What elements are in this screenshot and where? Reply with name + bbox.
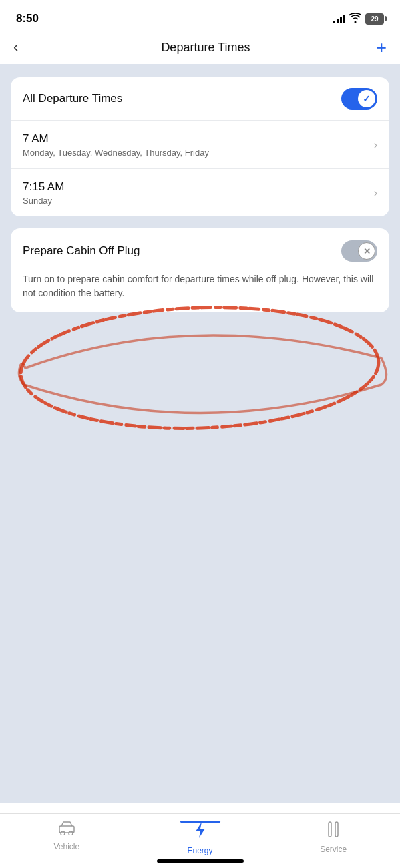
status-icons: 29	[333, 13, 384, 25]
main-content: All Departure Times ✓ 7 AM Monday, Tuesd…	[0, 64, 400, 803]
all-departure-times-toggle[interactable]: ✓	[341, 88, 377, 110]
svg-point-2	[61, 831, 65, 835]
x-icon: ✕	[363, 246, 371, 256]
svg-point-3	[69, 831, 73, 835]
energy-tab-label: Energy	[187, 846, 212, 855]
home-indicator	[157, 859, 244, 863]
prepare-cabin-toggle[interactable]: ✕	[341, 240, 377, 262]
prepare-cabin-description: Turn on to prepare cabin comfort for dep…	[11, 272, 389, 312]
prepare-cabin-card: Prepare Cabin Off Plug ✕ Turn on to prep…	[11, 228, 389, 312]
prepare-cabin-row: Prepare Cabin Off Plug ✕	[11, 228, 389, 272]
battery-icon: 29	[365, 13, 384, 25]
nav-bar: ‹ Departure Times +	[0, 33, 400, 64]
all-departure-times-label: All Departure Times	[23, 91, 122, 106]
prepare-cabin-label: Prepare Cabin Off Plug	[23, 244, 140, 258]
checkmark-icon: ✓	[363, 93, 371, 104]
svg-point-0	[19, 302, 381, 435]
715am-row[interactable]: 7:15 AM Sunday ›	[11, 169, 389, 216]
chevron-icon: ›	[374, 187, 377, 199]
status-time: 8:50	[16, 12, 39, 25]
energy-icon	[193, 821, 208, 843]
chevron-icon: ›	[374, 139, 377, 151]
715am-days: Sunday	[23, 196, 64, 206]
7am-row[interactable]: 7 AM Monday, Tuesday, Wednesday, Thursda…	[11, 121, 389, 169]
back-button[interactable]: ‹	[13, 39, 35, 56]
vehicle-tab-label: Vehicle	[53, 842, 79, 851]
annotation-circle	[0, 298, 400, 445]
tab-energy[interactable]: Energy	[134, 821, 267, 855]
vehicle-icon	[57, 821, 76, 839]
all-departure-times-row: All Departure Times ✓	[11, 77, 389, 121]
svg-rect-5	[335, 822, 338, 837]
svg-rect-4	[329, 822, 331, 837]
7am-days: Monday, Tuesday, Wednesday, Thursday, Fr…	[23, 148, 209, 158]
wifi-icon	[349, 13, 361, 25]
page-title: Departure Times	[161, 41, 250, 55]
7am-label: 7 AM	[23, 132, 209, 146]
add-button[interactable]: +	[377, 39, 387, 56]
service-tab-label: Service	[320, 845, 347, 854]
status-bar: 8:50 29	[0, 0, 400, 33]
tab-active-indicator	[180, 821, 220, 823]
service-icon	[325, 821, 341, 842]
tab-vehicle[interactable]: Vehicle	[0, 821, 134, 851]
signal-icon	[333, 14, 345, 23]
departure-times-card: All Departure Times ✓ 7 AM Monday, Tuesd…	[11, 77, 389, 216]
715am-label: 7:15 AM	[23, 180, 64, 194]
tab-service[interactable]: Service	[266, 821, 400, 854]
